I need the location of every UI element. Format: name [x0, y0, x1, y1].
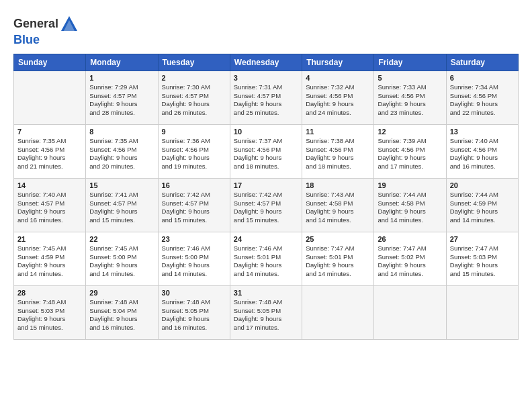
day-info: Sunrise: 7:47 AM Sunset: 5:03 PM Dayligh… — [450, 244, 515, 279]
calendar-cell: 16Sunrise: 7:42 AM Sunset: 4:57 PM Dayli… — [158, 178, 230, 232]
day-info: Sunrise: 7:48 AM Sunset: 5:05 PM Dayligh… — [162, 298, 226, 332]
day-number: 14 — [17, 181, 82, 189]
day-info: Sunrise: 7:33 AM Sunset: 4:56 PM Dayligh… — [378, 83, 442, 118]
calendar-cell: 28Sunrise: 7:48 AM Sunset: 5:03 PM Dayli… — [14, 285, 86, 339]
calendar-header-row: SundayMondayTuesdayWednesdayThursdayFrid… — [14, 54, 519, 71]
calendar-week-row: 14Sunrise: 7:40 AM Sunset: 4:57 PM Dayli… — [14, 178, 519, 232]
day-info: Sunrise: 7:35 AM Sunset: 4:56 PM Dayligh… — [17, 137, 82, 171]
day-number: 4 — [306, 74, 370, 82]
calendar-week-row: 1Sunrise: 7:29 AM Sunset: 4:57 PM Daylig… — [14, 71, 519, 124]
day-number: 18 — [306, 181, 370, 189]
logo-general: General — [13, 17, 58, 30]
calendar-cell — [302, 285, 374, 339]
day-info: Sunrise: 7:41 AM Sunset: 4:57 PM Dayligh… — [89, 191, 154, 225]
calendar-cell: 8Sunrise: 7:35 AM Sunset: 4:56 PM Daylig… — [86, 124, 158, 178]
day-info: Sunrise: 7:40 AM Sunset: 4:56 PM Dayligh… — [450, 137, 515, 171]
calendar-cell: 19Sunrise: 7:44 AM Sunset: 4:58 PM Dayli… — [374, 178, 446, 232]
day-number: 1 — [89, 74, 154, 82]
day-number: 25 — [306, 235, 370, 243]
day-number: 6 — [450, 74, 515, 82]
day-info: Sunrise: 7:42 AM Sunset: 4:57 PM Dayligh… — [162, 191, 226, 225]
logo: General Blue — [13, 15, 79, 47]
calendar-cell: 14Sunrise: 7:40 AM Sunset: 4:57 PM Dayli… — [14, 178, 86, 232]
day-info: Sunrise: 7:35 AM Sunset: 4:56 PM Dayligh… — [89, 137, 154, 171]
day-info: Sunrise: 7:44 AM Sunset: 4:58 PM Dayligh… — [378, 191, 442, 225]
day-number: 3 — [234, 74, 298, 82]
page-container: General Blue SundayMondayTuesdayWednesda… — [0, 0, 532, 348]
logo-icon — [60, 15, 79, 34]
weekday-header-sunday: Sunday — [14, 54, 86, 71]
calendar-cell: 25Sunrise: 7:47 AM Sunset: 5:01 PM Dayli… — [302, 232, 374, 285]
day-number: 19 — [378, 181, 442, 189]
day-number: 8 — [89, 128, 154, 136]
calendar-cell: 24Sunrise: 7:46 AM Sunset: 5:01 PM Dayli… — [230, 232, 302, 285]
day-number: 22 — [89, 235, 154, 243]
calendar-cell: 3Sunrise: 7:31 AM Sunset: 4:57 PM Daylig… — [230, 71, 302, 124]
calendar-cell: 11Sunrise: 7:38 AM Sunset: 4:56 PM Dayli… — [302, 124, 374, 178]
calendar-cell: 17Sunrise: 7:42 AM Sunset: 4:57 PM Dayli… — [230, 178, 302, 232]
calendar-cell: 20Sunrise: 7:44 AM Sunset: 4:59 PM Dayli… — [446, 178, 518, 232]
day-number: 26 — [378, 235, 442, 243]
day-info: Sunrise: 7:29 AM Sunset: 4:57 PM Dayligh… — [89, 83, 154, 118]
calendar-cell: 23Sunrise: 7:46 AM Sunset: 5:00 PM Dayli… — [158, 232, 230, 285]
calendar-week-row: 28Sunrise: 7:48 AM Sunset: 5:03 PM Dayli… — [14, 285, 519, 339]
weekday-header-friday: Friday — [374, 54, 446, 71]
calendar-cell — [14, 71, 86, 124]
calendar-cell: 1Sunrise: 7:29 AM Sunset: 4:57 PM Daylig… — [86, 71, 158, 124]
weekday-header-saturday: Saturday — [446, 54, 518, 71]
day-info: Sunrise: 7:34 AM Sunset: 4:56 PM Dayligh… — [450, 83, 515, 118]
day-number: 12 — [378, 128, 442, 136]
day-info: Sunrise: 7:39 AM Sunset: 4:56 PM Dayligh… — [378, 137, 442, 171]
day-info: Sunrise: 7:47 AM Sunset: 5:01 PM Dayligh… — [306, 244, 370, 279]
calendar-cell: 4Sunrise: 7:32 AM Sunset: 4:56 PM Daylig… — [302, 71, 374, 124]
calendar-cell: 7Sunrise: 7:35 AM Sunset: 4:56 PM Daylig… — [14, 124, 86, 178]
day-info: Sunrise: 7:37 AM Sunset: 4:56 PM Dayligh… — [234, 137, 298, 171]
calendar-cell: 12Sunrise: 7:39 AM Sunset: 4:56 PM Dayli… — [374, 124, 446, 178]
calendar-week-row: 21Sunrise: 7:45 AM Sunset: 4:59 PM Dayli… — [14, 232, 519, 285]
day-number: 28 — [17, 289, 82, 297]
calendar-cell: 5Sunrise: 7:33 AM Sunset: 4:56 PM Daylig… — [374, 71, 446, 124]
calendar-cell: 6Sunrise: 7:34 AM Sunset: 4:56 PM Daylig… — [446, 71, 518, 124]
day-number: 20 — [450, 181, 515, 189]
day-info: Sunrise: 7:44 AM Sunset: 4:59 PM Dayligh… — [450, 191, 515, 225]
calendar-cell — [374, 285, 446, 339]
calendar-cell: 2Sunrise: 7:30 AM Sunset: 4:57 PM Daylig… — [158, 71, 230, 124]
weekday-header-monday: Monday — [86, 54, 158, 71]
calendar-cell: 9Sunrise: 7:36 AM Sunset: 4:56 PM Daylig… — [158, 124, 230, 178]
day-info: Sunrise: 7:48 AM Sunset: 5:03 PM Dayligh… — [17, 298, 82, 332]
day-info: Sunrise: 7:48 AM Sunset: 5:05 PM Dayligh… — [234, 298, 298, 332]
day-info: Sunrise: 7:43 AM Sunset: 4:58 PM Dayligh… — [306, 191, 370, 225]
calendar-cell: 13Sunrise: 7:40 AM Sunset: 4:56 PM Dayli… — [446, 124, 518, 178]
day-info: Sunrise: 7:42 AM Sunset: 4:57 PM Dayligh… — [234, 191, 298, 225]
day-number: 31 — [234, 289, 298, 297]
day-info: Sunrise: 7:40 AM Sunset: 4:57 PM Dayligh… — [17, 191, 82, 225]
day-info: Sunrise: 7:46 AM Sunset: 5:01 PM Dayligh… — [234, 244, 298, 279]
day-number: 21 — [17, 235, 82, 243]
calendar-cell — [446, 285, 518, 339]
day-number: 30 — [162, 289, 226, 297]
day-number: 5 — [378, 74, 442, 82]
weekday-header-tuesday: Tuesday — [158, 54, 230, 71]
day-number: 2 — [162, 74, 226, 82]
day-number: 16 — [162, 181, 226, 189]
day-number: 24 — [234, 235, 298, 243]
day-number: 27 — [450, 235, 515, 243]
calendar-week-row: 7Sunrise: 7:35 AM Sunset: 4:56 PM Daylig… — [14, 124, 519, 178]
day-info: Sunrise: 7:45 AM Sunset: 4:59 PM Dayligh… — [17, 244, 82, 279]
day-number: 13 — [450, 128, 515, 136]
calendar-cell: 15Sunrise: 7:41 AM Sunset: 4:57 PM Dayli… — [86, 178, 158, 232]
day-number: 15 — [89, 181, 154, 189]
day-number: 11 — [306, 128, 370, 136]
day-info: Sunrise: 7:31 AM Sunset: 4:57 PM Dayligh… — [234, 83, 298, 118]
calendar-cell: 10Sunrise: 7:37 AM Sunset: 4:56 PM Dayli… — [230, 124, 302, 178]
day-number: 23 — [162, 235, 226, 243]
day-number: 17 — [234, 181, 298, 189]
day-info: Sunrise: 7:38 AM Sunset: 4:56 PM Dayligh… — [306, 137, 370, 171]
logo-blue: Blue — [13, 33, 40, 46]
day-number: 7 — [17, 128, 82, 136]
weekday-header-thursday: Thursday — [302, 54, 374, 71]
calendar-cell: 29Sunrise: 7:48 AM Sunset: 5:04 PM Dayli… — [86, 285, 158, 339]
day-info: Sunrise: 7:36 AM Sunset: 4:56 PM Dayligh… — [162, 137, 226, 171]
day-info: Sunrise: 7:32 AM Sunset: 4:56 PM Dayligh… — [306, 83, 370, 118]
calendar-cell: 27Sunrise: 7:47 AM Sunset: 5:03 PM Dayli… — [446, 232, 518, 285]
